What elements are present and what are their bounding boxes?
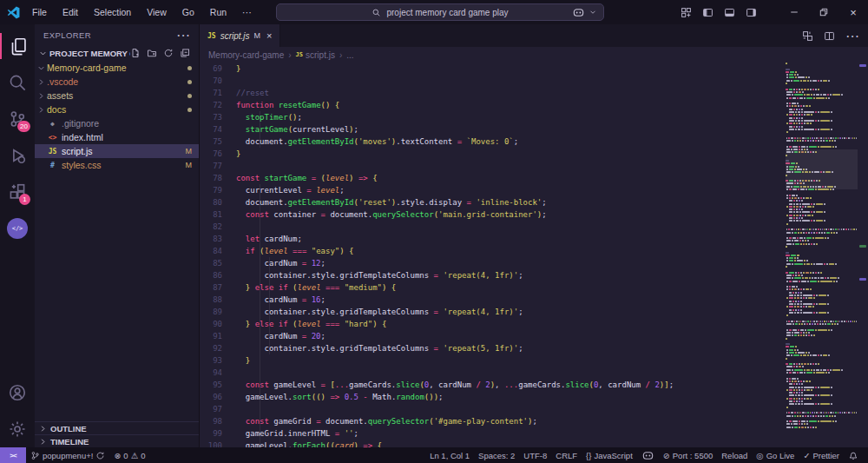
code-line-87[interactable]: 87 } else if (level === "medium") { — [200, 281, 786, 294]
line-number[interactable]: 90 — [200, 318, 236, 330]
activity-run-debug[interactable] — [0, 137, 35, 174]
code-line-78[interactable]: 78const startGame = (level) => { — [200, 172, 786, 184]
tree-item-memory-card-game[interactable]: Memory-card-game — [35, 61, 199, 75]
menu-view[interactable]: View — [141, 5, 173, 19]
line-number[interactable]: 73 — [200, 111, 236, 123]
code-line-91[interactable]: 91 cardNum = 20; — [200, 330, 786, 342]
tree-item-index-html[interactable]: <>index.html — [35, 130, 199, 144]
line-number[interactable]: 86 — [200, 269, 236, 281]
tree-item--vscode[interactable]: .vscode — [35, 75, 199, 89]
code-line-94[interactable]: 94 — [200, 367, 786, 379]
line-number[interactable]: 94 — [200, 367, 236, 379]
tree-item-docs[interactable]: docs — [35, 103, 199, 116]
code-line-95[interactable]: 95 const gameLevel = [...gameCards.slice… — [200, 379, 786, 391]
outline-panel-header[interactable]: OUTLINE — [35, 421, 199, 434]
line-number[interactable]: 77 — [200, 160, 236, 172]
code-line-76[interactable]: 76} — [200, 148, 786, 160]
line-number[interactable]: 85 — [200, 257, 236, 269]
tree-item--gitignore[interactable]: ◆.gitignore — [35, 116, 199, 130]
activity-explorer[interactable] — [0, 28, 35, 64]
activity-settings[interactable] — [0, 411, 35, 447]
line-number[interactable]: 70 — [200, 75, 236, 87]
tab-script-js[interactable]: JS script.js M × — [200, 24, 280, 47]
code-line-82[interactable]: 82 — [200, 221, 786, 233]
breadcrumb-item[interactable]: JSscript.js — [296, 50, 335, 60]
line-number[interactable]: 71 — [200, 87, 236, 99]
line-number[interactable]: 76 — [200, 148, 236, 160]
code-line-98[interactable]: 98 const gameGrid = document.querySelect… — [200, 415, 786, 427]
line-number[interactable]: 93 — [200, 354, 236, 367]
git-branch-status[interactable]: popupmenu+! — [26, 447, 109, 463]
status-indentation[interactable]: Spaces: 2 — [474, 447, 519, 463]
menu-[interactable]: ⋯ — [236, 5, 258, 19]
code-line-85[interactable]: 85 cardNum = 12; — [200, 257, 786, 269]
code-line-72[interactable]: 72function resetGame() { — [200, 99, 786, 111]
line-number[interactable]: 100 — [200, 440, 236, 447]
status-reload[interactable]: Reload — [717, 447, 752, 463]
code-editor[interactable]: 69}7071//reset72function resetGame() {73… — [200, 63, 786, 447]
open-changes-icon[interactable] — [802, 30, 813, 42]
more-actions-icon[interactable]: ⋯ — [845, 28, 859, 44]
timeline-panel-header[interactable]: TIMELINE — [35, 434, 199, 447]
customize-layout-icon[interactable] — [681, 7, 692, 18]
menu-edit[interactable]: Edit — [56, 5, 84, 19]
line-number[interactable]: 79 — [200, 184, 236, 196]
command-center-search[interactable]: project memory card game play — [276, 3, 604, 21]
tree-item-assets[interactable]: assets — [35, 89, 199, 103]
status-notifications[interactable] — [844, 447, 863, 463]
menu-run[interactable]: Run — [204, 5, 233, 19]
line-number[interactable]: 88 — [200, 294, 236, 306]
line-number[interactable]: 95 — [200, 379, 236, 391]
activity-source-control[interactable]: 20 — [0, 101, 35, 137]
line-number[interactable]: 99 — [200, 427, 236, 440]
status-eol[interactable]: CRLF — [551, 447, 582, 463]
toggle-secondary-sidebar-icon[interactable] — [746, 7, 757, 18]
restore-button[interactable] — [809, 0, 838, 24]
line-number[interactable]: 96 — [200, 391, 236, 403]
breadcrumb-item[interactable]: ... — [346, 50, 353, 60]
line-number[interactable]: 75 — [200, 136, 236, 148]
menu-selection[interactable]: Selection — [88, 5, 137, 19]
line-number[interactable]: 84 — [200, 245, 236, 257]
code-line-86[interactable]: 86 container.style.gridTemplateColumns =… — [200, 269, 786, 281]
line-number[interactable]: 92 — [200, 342, 236, 354]
status-port[interactable]: ⊘Port : 5500 — [659, 447, 717, 463]
code-line-90[interactable]: 90 } else if (level === "hard") { — [200, 318, 786, 330]
status-language-mode[interactable]: {}JavaScript — [582, 447, 637, 463]
explorer-more-icon[interactable]: ⋯ — [176, 27, 190, 43]
line-number[interactable]: 83 — [200, 233, 236, 245]
code-line-71[interactable]: 71//reset — [200, 87, 786, 99]
refresh-icon[interactable] — [163, 48, 174, 58]
code-line-96[interactable]: 96 gameLevel.sort(() => 0.5 - Math.rando… — [200, 391, 786, 403]
menu-go[interactable]: Go — [176, 5, 201, 19]
code-line-79[interactable]: 79 currentLevel = level; — [200, 184, 786, 196]
tab-close-icon[interactable]: × — [266, 30, 272, 41]
status-cursor-position[interactable]: Ln 1, Col 1 — [425, 447, 474, 463]
code-line-77[interactable]: 77 — [200, 160, 786, 172]
code-line-83[interactable]: 83 let cardNum; — [200, 233, 786, 245]
code-line-69[interactable]: 69} — [200, 63, 786, 75]
code-line-88[interactable]: 88 cardNum = 16; — [200, 294, 786, 306]
activity-search[interactable] — [0, 64, 35, 101]
activity-chat[interactable]: </> — [0, 210, 35, 247]
remote-indicator[interactable]: >< — [0, 447, 26, 463]
line-number[interactable]: 91 — [200, 330, 236, 342]
line-number[interactable]: 87 — [200, 281, 236, 294]
split-editor-icon[interactable] — [824, 30, 835, 42]
code-line-89[interactable]: 89 container.style.gridTemplateColumns =… — [200, 306, 786, 318]
line-number[interactable]: 72 — [200, 99, 236, 111]
code-line-70[interactable]: 70 — [200, 75, 786, 87]
folder-section-header[interactable]: PROJECT MEMORY CAR... — [35, 45, 199, 61]
code-line-84[interactable]: 84 if (level === "easy") { — [200, 245, 786, 257]
code-line-100[interactable]: 100 gameLevel.forEach((card) => { — [200, 440, 786, 447]
minimap[interactable] — [786, 63, 858, 447]
minimap-slider[interactable] — [786, 149, 858, 189]
code-line-81[interactable]: 81 const container = document.querySelec… — [200, 208, 786, 221]
line-number[interactable]: 74 — [200, 123, 236, 136]
code-line-80[interactable]: 80 document.getElementById('reset').styl… — [200, 196, 786, 208]
minimize-button[interactable] — [779, 0, 809, 24]
chevron-down-icon[interactable] — [589, 8, 597, 17]
code-line-74[interactable]: 74 startGame(currentLevel); — [200, 123, 786, 136]
line-number[interactable]: 98 — [200, 415, 236, 427]
problems-status[interactable]: ⊗ 0 ⚠ 0 — [109, 447, 149, 463]
